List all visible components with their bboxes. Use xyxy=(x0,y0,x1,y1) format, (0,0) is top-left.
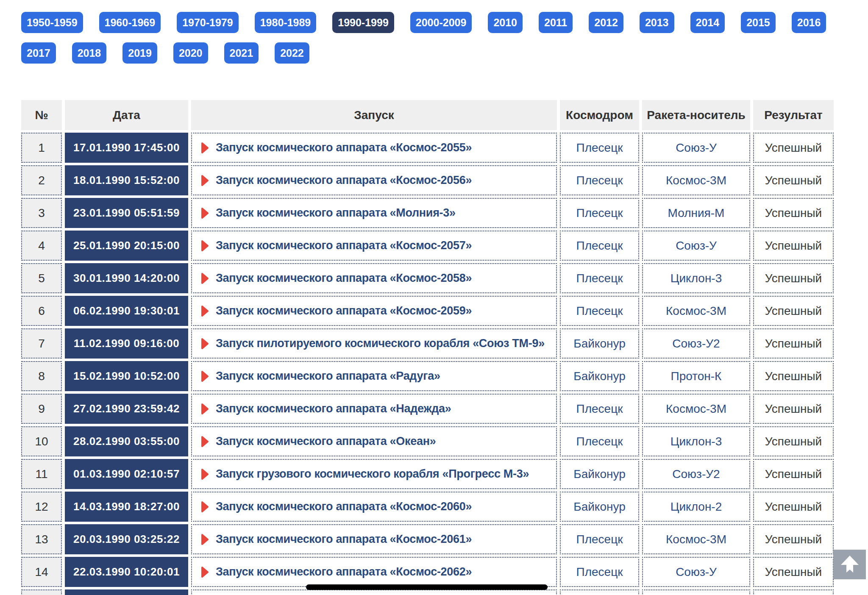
year-filter-label: 1980-1989 xyxy=(260,17,311,29)
result-cell: Успешный xyxy=(753,524,834,554)
year-filter-label: 2000-2009 xyxy=(416,17,467,29)
cosmodrome-cell: Плесецк xyxy=(560,133,639,163)
rocket-cell xyxy=(642,589,750,595)
rocket-cell: Союз-У xyxy=(642,231,750,261)
year-filter-2010[interactable]: 2010 xyxy=(488,12,523,33)
cosmodrome-cell xyxy=(560,589,639,595)
result-cell: Успешный xyxy=(753,165,834,195)
year-filter-2013[interactable]: 2013 xyxy=(640,12,674,33)
play-triangle-icon xyxy=(200,500,209,513)
cosmodrome-cell: Байконур xyxy=(560,328,639,359)
launch-cell: Запуск космического аппарата «Космос-205… xyxy=(191,133,557,163)
year-filter-2021[interactable]: 2021 xyxy=(224,42,259,64)
row-number-cell: 6 xyxy=(21,296,62,326)
launch-date-cell: 28.02.1990 03:55:00 xyxy=(65,426,188,456)
result-cell: Успешный xyxy=(753,198,834,228)
play-triangle-icon xyxy=(200,468,209,481)
rocket-cell: Космос-3М xyxy=(642,165,750,195)
play-triangle-icon xyxy=(200,403,209,415)
launch-link[interactable]: Запуск космического аппарата «Космос-205… xyxy=(216,141,472,154)
result-cell: Успешный xyxy=(753,263,834,293)
row-number-cell: 3 xyxy=(21,198,62,228)
cosmodrome-cell: Плесецк xyxy=(560,165,639,195)
launch-date-cell: 06.02.1990 19:30:01 xyxy=(65,296,188,326)
rocket-cell: Союз-У2 xyxy=(642,459,750,489)
launch-cell: Запуск космического аппарата «Космос-206… xyxy=(191,557,557,587)
year-filter-2011[interactable]: 2011 xyxy=(539,12,573,33)
launch-link[interactable]: Запуск космического аппарата «Молния-3» xyxy=(216,206,456,220)
launch-date-cell: 27.02.1990 23:59:42 xyxy=(65,394,188,424)
rocket-cell: Космос-3М xyxy=(642,296,750,326)
rocket-cell: Циклон-3 xyxy=(642,426,750,456)
year-filter-label: 2020 xyxy=(179,47,203,59)
result-cell: Успешный xyxy=(753,557,834,587)
year-filter-1960-1969[interactable]: 1960-1969 xyxy=(99,12,161,33)
scroll-to-top-button[interactable] xyxy=(833,550,866,579)
result-cell: Успешный xyxy=(753,492,834,522)
launch-cell: Запуск космического аппарата «Космос-206… xyxy=(191,492,557,522)
rocket-cell: Союз-У2 xyxy=(642,328,750,359)
year-filter-2019[interactable]: 2019 xyxy=(122,42,157,64)
year-filter-1980-1989[interactable]: 1980-1989 xyxy=(255,12,317,33)
column-header-rocket: Ракета-носитель xyxy=(642,100,750,130)
launch-link[interactable]: Запуск космического аппарата «Космос-205… xyxy=(216,239,472,252)
launch-link[interactable]: Запуск грузового космического корабля «П… xyxy=(216,467,529,481)
launch-link[interactable]: Запуск космического аппарата «Океан» xyxy=(216,435,436,448)
year-filter-label: 1990-1999 xyxy=(338,17,389,29)
year-filter-2020[interactable]: 2020 xyxy=(173,42,208,64)
launch-link[interactable]: Запуск космического аппарата «Космос-205… xyxy=(216,304,472,317)
play-triangle-icon xyxy=(200,272,209,285)
launch-date-cell: 15.02.1990 10:52:00 xyxy=(65,361,188,391)
rocket-cell: Протон-К xyxy=(642,361,750,391)
result-cell: Успешный xyxy=(753,328,834,359)
play-triangle-icon xyxy=(200,337,209,350)
launch-link[interactable]: Запуск пилотируемого космического корабл… xyxy=(216,337,545,350)
year-filter-label: 2013 xyxy=(645,17,669,29)
cosmodrome-cell: Плесецк xyxy=(560,296,639,326)
row-number-cell: 2 xyxy=(21,165,62,195)
result-cell xyxy=(753,589,834,595)
launch-link[interactable]: Запуск космического аппарата «Космос-205… xyxy=(216,174,472,187)
column-header-cosmodrome: Космодром xyxy=(560,100,639,130)
year-filter-2017[interactable]: 2017 xyxy=(21,42,56,64)
cosmodrome-cell: Плесецк xyxy=(560,198,639,228)
year-filter-2014[interactable]: 2014 xyxy=(690,12,725,33)
launch-link[interactable]: Запуск космического аппарата «Космос-206… xyxy=(216,565,472,578)
play-triangle-icon xyxy=(200,566,209,578)
column-header-launch: Запуск xyxy=(191,100,557,130)
year-filter-label: 2021 xyxy=(230,47,253,59)
row-number-cell: 10 xyxy=(21,426,62,456)
column-header-result: Результат xyxy=(753,100,834,130)
launch-date-cell: 14.03.1990 18:27:00 xyxy=(65,492,188,522)
column-header-date: Дата xyxy=(65,100,188,130)
year-filter-2018[interactable]: 2018 xyxy=(72,42,107,64)
cosmodrome-cell: Плесецк xyxy=(560,524,639,554)
year-filter-label: 1970-1979 xyxy=(182,17,233,29)
launch-link[interactable]: Запуск космического аппарата «Космос-205… xyxy=(216,272,472,285)
rocket-cell: Космос-3М xyxy=(642,524,750,554)
year-filter-2015[interactable]: 2015 xyxy=(741,12,776,33)
rocket-cell: Союз-У xyxy=(642,557,750,587)
year-filter-1950-1959[interactable]: 1950-1959 xyxy=(21,12,83,33)
row-number-cell: 7 xyxy=(21,328,62,359)
launch-date-cell: 23.01.1990 05:51:59 xyxy=(65,198,188,228)
launch-link[interactable]: Запуск космического аппарата «Надежда» xyxy=(216,402,451,415)
result-cell: Успешный xyxy=(753,361,834,391)
year-filter-2012[interactable]: 2012 xyxy=(589,12,623,33)
year-filter-2016[interactable]: 2016 xyxy=(792,12,826,33)
launch-cell: Запуск космического аппарата «Космос-205… xyxy=(191,263,557,293)
launch-link[interactable]: Запуск космического аппарата «Радуга» xyxy=(216,370,440,383)
year-filter-label: 2015 xyxy=(746,17,770,29)
year-filter-2000-2009[interactable]: 2000-2009 xyxy=(410,12,472,33)
launch-date-cell: 25.01.1990 20:15:00 xyxy=(65,231,188,261)
launch-link[interactable]: Запуск космического аппарата «Космос-206… xyxy=(216,533,472,546)
year-filter-2022[interactable]: 2022 xyxy=(275,42,309,64)
arrow-up-icon xyxy=(840,555,860,575)
year-filter-1970-1979[interactable]: 1970-1979 xyxy=(177,12,239,33)
launch-cell: Запуск космического аппарата «Космос-205… xyxy=(191,296,557,326)
year-filter-1990-1999[interactable]: 1990-1999 xyxy=(332,12,394,33)
launch-link[interactable]: Запуск космического аппарата «Космос-206… xyxy=(216,500,472,513)
result-cell: Успешный xyxy=(753,231,834,261)
launch-cell: Запуск пилотируемого космического корабл… xyxy=(191,328,557,359)
play-triangle-icon xyxy=(200,142,209,154)
